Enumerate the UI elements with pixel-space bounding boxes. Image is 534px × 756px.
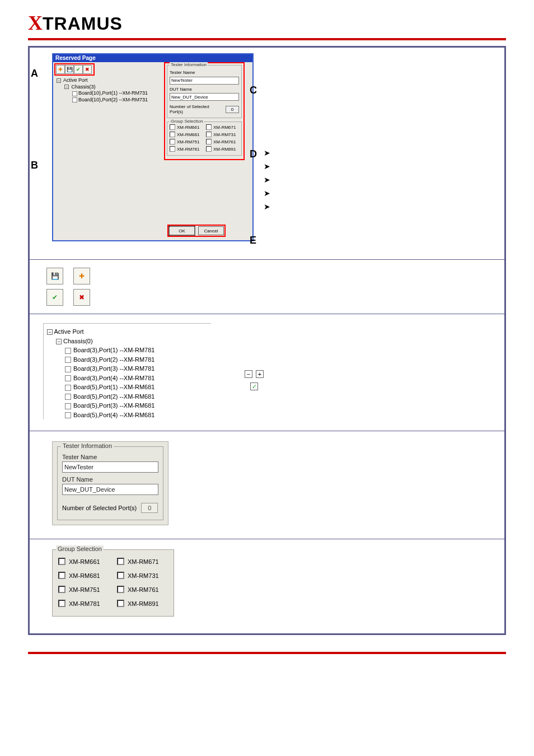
tester-info-small: Tester Information Tester Name DUT Name … (167, 65, 242, 118)
arrow-icon: ➤ (264, 162, 270, 171)
dut-name-label: DUT Name (170, 87, 239, 92)
logo-x: X (28, 11, 43, 35)
marker-a: A (31, 68, 38, 80)
dialog-title: Reserved Page (53, 54, 252, 62)
group-option[interactable]: XM-RM761 (206, 139, 239, 144)
group-option[interactable]: XM-RM681 (58, 572, 109, 579)
ports-count (226, 106, 239, 113)
arrow-icon: ➤ (264, 189, 270, 198)
check-icon[interactable]: ✓ (250, 382, 258, 390)
dut-name-input[interactable] (62, 484, 158, 495)
ok-button[interactable]: OK (169, 226, 195, 235)
group-option[interactable]: XM-RM751 (170, 139, 203, 144)
toolbar: ✚ 💾 ✔ ✖ (54, 63, 95, 76)
group-selection-panel: Group Selection XM-RM661 XM-RM671 XM-RM6… (52, 549, 174, 617)
legend: Group Selection (56, 545, 104, 552)
tree-item[interactable]: Board(5),Port(1) --XM-RM681 (65, 382, 211, 392)
port-tree-small: − Active Port − Chassis(3) Board(10),Por… (53, 76, 164, 104)
group-option[interactable]: XM-RM661 (58, 558, 109, 565)
toolbar-icons-large: 💾 ✔ ✚ ✖ (30, 260, 504, 314)
group-selection-small: Group Selection XM-RM661 XM-RM671 XM-RM6… (167, 122, 242, 156)
add-icon[interactable]: ✚ (56, 65, 65, 74)
tree-chassis: Chassis(0) (63, 338, 93, 344)
save-icon[interactable]: 💾 (46, 268, 63, 284)
tree-item[interactable]: Board(3),Port(4) --XM-RM781 (65, 374, 211, 383)
header-rule (28, 38, 506, 40)
tester-info-panel: Tester Information Tester Name DUT Name … (52, 441, 168, 525)
ports-count (141, 503, 158, 513)
delete-icon[interactable]: ✖ (83, 65, 92, 74)
legend: Tester Information (170, 62, 208, 67)
legend: Tester Information (61, 442, 114, 449)
reserved-page-dialog: Reserved Page ✚ 💾 ✔ ✖ − Active Port − C (52, 53, 254, 241)
logo-rest: TRAMUS (43, 13, 123, 34)
tree-root: Active Port (54, 328, 83, 335)
marker-e: E (250, 235, 256, 246)
tester-name-label: Tester Name (170, 70, 239, 75)
arrow-icon: ➤ (264, 202, 270, 211)
expand-collapse-icons: − + ✓ (245, 370, 264, 390)
tree-item[interactable]: Board(3),Port(2) --XM-RM781 (65, 355, 211, 365)
tree-item[interactable]: Board(5),Port(4) --XM-RM681 (65, 410, 211, 420)
group-option[interactable]: XM-RM731 (117, 572, 168, 579)
tree-item[interactable]: Board(3),Port(3) --XM-RM781 (65, 364, 211, 374)
arrow-icon: ➤ (264, 175, 270, 184)
apply-icon[interactable]: ✔ (46, 289, 63, 306)
add-icon[interactable]: ✚ (73, 268, 90, 284)
group-option[interactable]: XM-RM761 (117, 586, 168, 593)
save-icon[interactable]: 💾 (65, 65, 74, 74)
ports-label: Number of Selected Port(s) (170, 104, 223, 114)
tree-item[interactable]: Board(3),Port(1) --XM-RM781 (65, 346, 211, 355)
active-port-tree: − Active Port − Chassis(0) Board(3),Port… (43, 323, 211, 419)
group-option[interactable]: XM-RM751 (58, 586, 109, 593)
dut-name-input[interactable] (170, 93, 239, 101)
footer-rule (28, 652, 506, 654)
tree-chassis: Chassis(3) (72, 84, 96, 90)
tree-item[interactable]: Board(10),Port(1) --XM-RM731 (72, 90, 164, 97)
tester-name-input[interactable] (170, 77, 239, 85)
dialog-buttons: OK Cancel (167, 225, 226, 237)
group-option[interactable]: XM-RM891 (117, 600, 168, 607)
legend: Group Selection (170, 119, 204, 124)
marker-c: C (250, 85, 257, 96)
group-option[interactable]: XM-RM661 (170, 124, 203, 130)
bullet-arrows: ➤ ➤ ➤ ➤ ➤ (264, 148, 270, 211)
cancel-button[interactable]: Cancel (198, 226, 224, 235)
layout-table: A B Reserved Page ✚ 💾 ✔ ✖ − Active Port (28, 46, 506, 635)
group-option[interactable]: XM-RM781 (170, 146, 203, 152)
group-option[interactable]: XM-RM671 (117, 558, 168, 565)
tree-item[interactable]: Board(5),Port(3) --XM-RM681 (65, 401, 211, 410)
collapse-icon[interactable]: − (245, 370, 252, 378)
expand-icon[interactable]: + (256, 370, 264, 378)
group-option[interactable]: XM-RM671 (206, 124, 239, 130)
marker-d: D (250, 148, 257, 160)
delete-icon[interactable]: ✖ (73, 289, 90, 306)
group-option[interactable]: XM-RM781 (58, 600, 109, 607)
group-option[interactable]: XM-RM731 (206, 132, 239, 137)
dut-name-label: DUT Name (62, 476, 158, 483)
group-option[interactable]: XM-RM891 (206, 146, 239, 152)
arrow-icon: ➤ (264, 148, 270, 157)
apply-icon[interactable]: ✔ (74, 65, 83, 74)
marker-b: B (31, 160, 38, 171)
tree-item[interactable]: Board(5),Port(2) --XM-RM681 (65, 392, 211, 402)
group-option[interactable]: XM-RM681 (170, 132, 203, 137)
tree-item[interactable]: Board(10),Port(2) --XM-RM731 (72, 97, 164, 104)
logo: X TRAMUS (28, 11, 506, 35)
tester-name-input[interactable] (62, 461, 158, 473)
tree-root: Active Port (63, 77, 88, 83)
ports-label: Number of Selected Port(s) (62, 505, 137, 511)
tester-name-label: Tester Name (62, 454, 158, 460)
